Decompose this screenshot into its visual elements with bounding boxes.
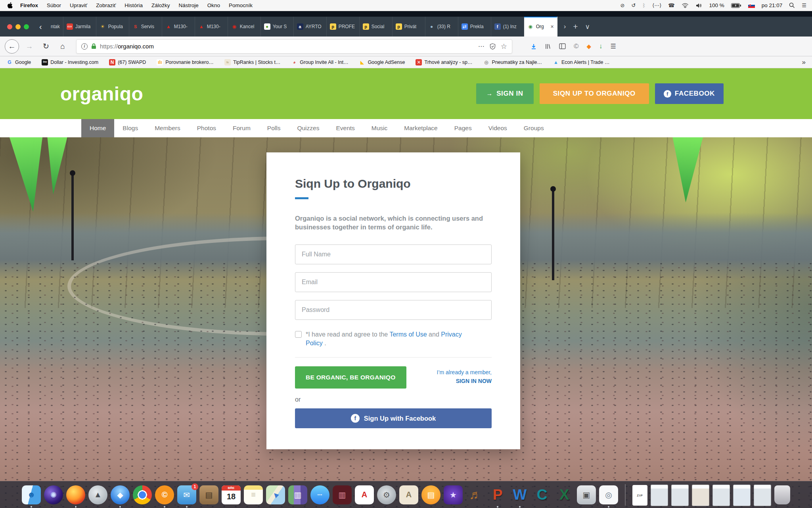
slovak-flag-icon[interactable] xyxy=(748,3,755,8)
dock-icon-onenote-c[interactable]: C xyxy=(532,485,552,504)
nav-item[interactable]: Events xyxy=(327,119,363,137)
nav-item[interactable]: Members xyxy=(146,119,189,137)
nav-item[interactable]: Photos xyxy=(189,119,224,137)
bookmark-star-icon[interactable]: ☆ xyxy=(501,42,507,51)
dock-icon-finder[interactable]: ☻ xyxy=(22,485,41,504)
tab-close-icon[interactable]: × xyxy=(550,23,553,30)
page-actions-icon[interactable]: ⋯ xyxy=(478,42,485,50)
dock-icon-remote-desktop[interactable]: ▣ xyxy=(577,485,596,504)
browser-tab[interactable]: p Social xyxy=(360,17,393,37)
email-input[interactable] xyxy=(295,272,492,292)
dock-icon-minimized-window[interactable] xyxy=(671,485,689,506)
menubar-item[interactable]: Upraviť xyxy=(65,2,92,8)
tab-scroll-left-icon[interactable]: ‹ xyxy=(36,17,45,37)
home-button[interactable]: ⌂ xyxy=(56,40,69,53)
bluetooth-icon[interactable]: ᛒ xyxy=(642,2,645,8)
browser-tab[interactable]: ▲ M130- xyxy=(162,17,195,37)
downloads-icon[interactable] xyxy=(530,43,537,50)
dock-icon-minimized-window[interactable] xyxy=(754,485,771,506)
dock-icon-minimized-window[interactable] xyxy=(712,485,730,506)
dock-icon-messages[interactable]: ••• xyxy=(310,485,329,504)
menubar-item[interactable]: Pomocník xyxy=(224,2,257,8)
nav-item[interactable]: Blogs xyxy=(114,119,146,137)
browser-tab[interactable]: ◉ Org × xyxy=(524,17,557,37)
tab-dropdown-icon[interactable]: ∨ xyxy=(585,23,590,31)
forward-button[interactable]: → xyxy=(23,40,36,53)
password-input[interactable] xyxy=(295,300,492,320)
new-tab-button[interactable]: + xyxy=(573,22,578,31)
dock-icon-ibooks[interactable]: ▤ xyxy=(421,485,440,504)
reload-button[interactable]: ↻ xyxy=(40,40,52,53)
time-machine-icon[interactable]: ↺ xyxy=(631,2,636,8)
battery-icon[interactable] xyxy=(731,3,741,8)
dock-icon-calendar[interactable]: BŘE 18 xyxy=(222,485,241,504)
back-button[interactable]: ← xyxy=(5,39,19,54)
menubar-item[interactable]: Záložky xyxy=(147,2,174,8)
dock-icon-imovie[interactable]: ★ xyxy=(444,485,463,504)
browser-tab[interactable]: a AYRTO xyxy=(294,17,327,37)
menubar-clock[interactable]: po 21:07 xyxy=(762,2,783,8)
nav-item[interactable]: Pages xyxy=(446,119,480,137)
library-icon[interactable] xyxy=(545,43,551,50)
dnd-icon[interactable]: ⊘ xyxy=(620,2,625,8)
nav-item[interactable]: Groups xyxy=(515,119,552,137)
https-lock-icon[interactable] xyxy=(91,43,96,49)
dock-icon-system-preferences[interactable]: ⚙ xyxy=(377,485,396,504)
dock-icon-contacts[interactable]: ▤ xyxy=(199,485,218,504)
wifi-icon[interactable] xyxy=(682,3,689,8)
nav-item[interactable]: Home xyxy=(81,119,114,137)
menubar-item[interactable]: Firefox xyxy=(16,2,42,8)
menubar-item[interactable]: Zobraziť xyxy=(92,2,120,8)
sidebar-icon[interactable] xyxy=(559,43,566,49)
nav-item[interactable]: Polls xyxy=(259,119,289,137)
browser-tab[interactable]: E15 Jarmila xyxy=(63,17,96,37)
dock-icon-launchpad[interactable]: ▲ xyxy=(88,485,107,504)
bookmark-item[interactable]: ılı Porovnanie brokero… xyxy=(157,59,214,65)
dock-icon-preview[interactable]: ◎ xyxy=(599,485,618,504)
dock-icon-safari[interactable]: ◆ xyxy=(111,485,130,504)
dock-icon-excel[interactable]: X xyxy=(555,485,574,504)
phone-icon[interactable]: ☎ xyxy=(668,2,674,8)
apple-menu-icon[interactable] xyxy=(7,2,13,9)
dock-icon-notebooks[interactable]: ▥ xyxy=(288,485,307,504)
browser-tab[interactable]: ◉ Kancel xyxy=(228,17,261,37)
browser-tab[interactable]: ▲ M130- xyxy=(195,17,228,37)
dock-icon-cryptocompare[interactable]: © xyxy=(155,485,174,504)
nav-item[interactable]: Quizzes xyxy=(289,119,327,137)
browser-tab[interactable]: ntak xyxy=(45,17,63,37)
dock-icon-acrobat-pro[interactable]: A xyxy=(399,485,418,504)
dock-icon-notes[interactable]: ≡ xyxy=(244,485,263,504)
terms-of-use-link[interactable]: Terms of Use xyxy=(389,331,427,338)
browser-tab[interactable]: ● (33) R xyxy=(425,17,458,37)
dock-icon-acrobat-reader[interactable]: A xyxy=(355,485,374,504)
window-minimize-button[interactable] xyxy=(15,24,21,29)
bookmark-item[interactable]: N (67) SWAPD xyxy=(109,59,146,65)
browser-tab[interactable]: p PROFE xyxy=(327,17,360,37)
sign-in-button[interactable]: → SIGN IN xyxy=(476,83,534,104)
browser-tab[interactable]: ☀ Popula xyxy=(96,17,129,37)
dock-icon-word[interactable]: W xyxy=(510,485,529,504)
download-helper-icon[interactable]: ↓ xyxy=(599,42,603,50)
browser-tab[interactable]: ● Your S xyxy=(261,17,294,37)
facebook-signup-button[interactable]: f Sign Up with Facebook xyxy=(295,408,492,428)
dock-icon-minimized-window[interactable] xyxy=(651,485,668,506)
dock-icon-garageband[interactable]: ♬ xyxy=(466,485,485,504)
nav-item[interactable]: Forum xyxy=(224,119,259,137)
browser-tab[interactable]: p Privát xyxy=(393,17,425,37)
bookmark-item[interactable]: ✕ Trhové analýzy - sp… xyxy=(416,59,472,65)
browser-tab[interactable]: ⇄ Prekla xyxy=(458,17,491,37)
metamask-icon[interactable]: ◆ xyxy=(587,43,592,50)
dock-icon-mail[interactable]: ✉ 1 xyxy=(177,485,196,504)
menubar-item[interactable]: Nástroje xyxy=(174,2,203,8)
dock-icon-zip-archive[interactable]: ZIP xyxy=(632,485,647,506)
notification-center-icon[interactable]: ☰ xyxy=(802,2,806,8)
extension-c-icon[interactable]: © xyxy=(574,42,579,50)
spotlight-icon[interactable] xyxy=(789,2,795,8)
nav-item[interactable]: Videos xyxy=(480,119,515,137)
nav-item[interactable]: Marketplace xyxy=(396,119,446,137)
full-name-input[interactable] xyxy=(295,244,492,264)
browser-tab[interactable]: f (1) Inz xyxy=(491,17,524,37)
facebook-header-button[interactable]: f FACEBOOK xyxy=(655,83,724,104)
menubar-item[interactable]: Okno xyxy=(203,2,224,8)
site-info-icon[interactable]: i xyxy=(81,43,88,50)
